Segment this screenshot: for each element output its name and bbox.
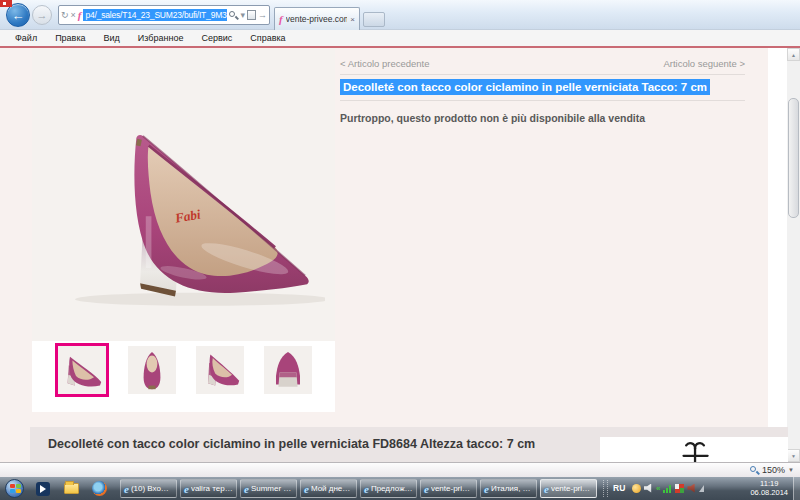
ie-icon: e [124,483,129,495]
taskbar-window-italy-usa[interactable]: e Италия, США... [480,479,537,498]
url-text-selected[interactable]: p4/_sales/T14_23_SUM23/bufi/IT_9M341O638… [83,9,227,21]
page-scrollbar[interactable]: ▲ ▼ [787,48,800,462]
thumbnail-angle-view[interactable] [196,346,244,394]
clock-date: 06.08.2014 [750,488,788,497]
brand-logo-box [600,437,788,462]
taskbar-window-valira[interactable]: e valira термос ... [180,479,237,498]
ie-icon: e [544,483,549,495]
media-player-icon[interactable] [32,480,54,497]
taskbar-window-inbox[interactable]: e (10) Входящи... [120,479,177,498]
refresh-icon[interactable]: ↻ [61,11,69,20]
taskbar-window-venteprivee-active[interactable]: e vente-privee.c... [540,479,597,498]
product-title-selected: Decolleté con tacco color ciclamino in p… [340,79,710,95]
ie-icon: e [484,483,489,495]
system-tray: « [632,484,704,493]
ie-icon: e [424,483,429,495]
zoom-control[interactable]: 150% ▼ [750,465,794,475]
taskbar: e (10) Входящи... e valira термос ... e … [0,477,800,500]
thumbnail-side-view[interactable] [58,346,106,394]
zoom-icon [750,466,759,475]
menu-bar: Файл Правка Вид Избранное Сервис Справка [0,30,800,46]
forward-button[interactable]: → [32,5,52,25]
menu-help[interactable]: Справка [241,33,294,43]
taskbar-grip [603,480,608,497]
tray-status-icon[interactable] [675,484,684,493]
tab-title: vente-privee.com [286,14,348,24]
taskbar-window-summer[interactable]: e Summer Cam... [240,479,297,498]
ie-icon: e [244,483,249,495]
site-favicon-icon: f [78,9,82,21]
tab-favicon-icon: f [279,13,283,25]
taskbar-window-venteprivee1[interactable]: e vente-privee.c... [420,479,477,498]
ie-icon: e [364,483,369,495]
menu-tools[interactable]: Сервис [192,33,241,43]
menu-file[interactable]: Файл [6,33,46,43]
thumbnail-back-view[interactable] [264,346,312,394]
taskbar-window-offers[interactable]: e Предложени... [360,479,417,498]
zoom-level: 150% [762,465,785,475]
new-tab-button[interactable] [363,12,385,27]
product-main-image: Fabi [32,49,335,341]
start-button[interactable] [5,479,24,498]
taskbar-clock[interactable]: 11:19 06.08.2014 [750,479,788,497]
language-indicator[interactable]: RU [613,483,625,493]
scrollbar-thumb[interactable] [788,98,799,218]
tray-hidden-icons[interactable] [699,485,704,492]
scroll-down-icon[interactable]: ▼ [787,449,800,462]
go-icon[interactable]: → [258,11,267,20]
tray-volume-icon[interactable] [644,484,653,493]
article-nav: < Articolo precedente Articolo seguente … [340,58,745,70]
tray-audio-icon[interactable] [687,484,696,493]
ie-icon: e [304,483,309,495]
search-dropdown-caret[interactable]: ▾ [240,11,245,20]
explorer-icon[interactable] [60,480,82,497]
page-viewport: Fabi [0,48,800,462]
menu-view[interactable]: Вид [95,33,129,43]
browser-tab[interactable]: f vente-privee.com × [274,7,360,30]
stop-icon[interactable]: × [71,11,76,20]
taskbar-window-diary[interactable]: e Мой дневник... [300,479,357,498]
product-image-card: Fabi [32,49,335,412]
availability-message: Purtroppo, questo prodotto non è più dis… [340,112,645,124]
next-article-link[interactable]: Articolo seguente > [663,58,745,69]
ie-icon: e [184,483,189,495]
menu-favorites[interactable]: Избранное [129,33,193,43]
fabi-monogram-icon [672,437,716,462]
zoom-caret-icon[interactable]: ▼ [788,467,794,473]
tray-network-icon[interactable] [663,484,672,493]
thumbnail-front-view[interactable] [128,346,176,394]
address-bar[interactable]: ↻ × f p4/_sales/T14_23_SUM23/bufi/IT_9M3… [58,5,270,25]
search-icon[interactable] [229,11,238,20]
compatibility-view-icon[interactable] [247,10,256,20]
browser-chrome: ← → ↻ × f p4/_sales/T14_23_SUM23/bufi/IT… [0,0,800,30]
show-desktop-button[interactable] [793,477,800,500]
tray-sync-icon[interactable]: « [656,484,660,493]
prev-article-link[interactable]: < Articolo precedente [340,58,430,69]
clock-time: 11:19 [750,479,788,488]
tab-close-icon[interactable]: × [350,15,355,24]
desktop-screen: ← → ↻ × f p4/_sales/T14_23_SUM23/bufi/IT… [0,0,800,500]
tray-app-icon[interactable] [632,484,641,493]
recording-indicator [0,0,12,7]
shoe-illustration: Fabi [42,54,325,336]
firefox-icon[interactable] [88,480,110,497]
menu-edit[interactable]: Правка [46,33,94,43]
scroll-up-icon[interactable]: ▲ [787,48,800,61]
status-bar: 150% ▼ [0,462,800,477]
